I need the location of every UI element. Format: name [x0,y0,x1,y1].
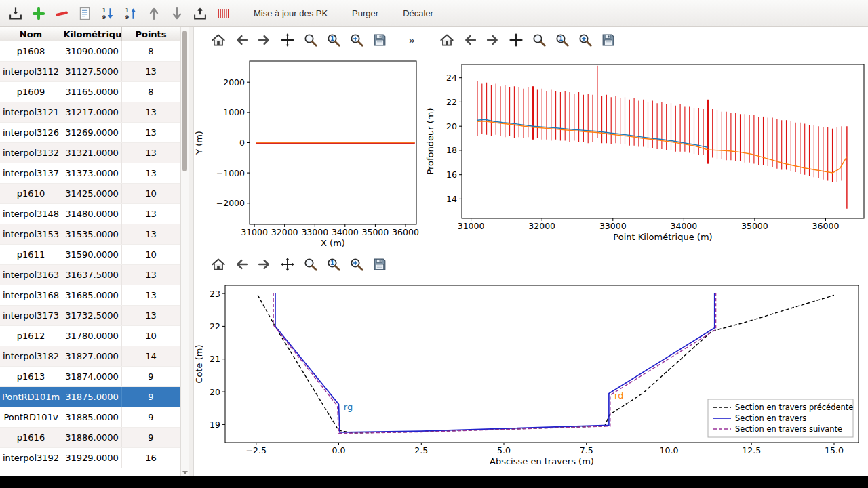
back-button[interactable] [460,31,479,49]
sort-descending-button[interactable]: 19 [98,3,118,24]
section-toolbar: 1 [194,251,868,277]
pan-button[interactable] [507,31,525,49]
table-row[interactable]: interpol312131217.000013 [0,102,180,123]
table-scrollbar[interactable] [180,27,189,476]
panel-splitter[interactable] [189,27,194,476]
table-row[interactable]: interpol315331535.000013 [0,224,180,245]
zoom-one-button[interactable]: 1 [553,31,571,49]
forward-button[interactable] [255,31,273,49]
plan-chart[interactable]: 310003200033000340003500036000−2000−1000… [194,53,422,251]
svg-text:Section en travers précédente: Section en travers précédente [735,403,853,412]
svg-text:21: 21 [210,354,220,364]
cell-pk: 31732.5000 [62,306,122,325]
svg-text:34000: 34000 [332,227,359,237]
cell-nom: interpol3132 [0,143,62,163]
y-axis-label: Y (m) [194,131,204,155]
sort-ascending-button[interactable]: 19 [121,3,141,24]
table-row[interactable]: interpol314831480.000013 [0,204,180,224]
table-row[interactable]: interpol316331637.500013 [0,265,180,285]
column-header[interactable]: Points [122,27,180,41]
svg-text:−2000: −2000 [216,198,245,208]
table-row[interactable]: interpol318231827.000014 [0,346,180,367]
update-pk-button[interactable]: Mise à jour des PK [247,4,334,22]
cell-nom: interpol3168 [0,285,62,305]
column-header[interactable]: Nom [0,27,62,41]
cell-points: 14 [122,346,180,366]
table-row[interactable]: interpol312631269.000013 [0,123,180,143]
scrollbar-thumb[interactable] [182,30,187,171]
zoom-plus-button[interactable] [347,256,366,274]
cell-nom: p1613 [0,367,62,386]
cell-pk: 31827.0000 [62,346,122,366]
table-row[interactable]: p161031425.000010 [0,184,180,204]
forward-button[interactable] [484,31,502,49]
svg-text:1: 1 [102,7,106,13]
back-button[interactable] [232,256,250,274]
table-row[interactable]: interpol313731373.000013 [0,163,180,184]
scroll-down-icon[interactable] [182,471,188,474]
table-row[interactable]: p161331874.00009 [0,367,180,387]
cell-points: 13 [122,62,180,81]
home-button[interactable] [437,31,456,49]
home-button[interactable] [209,31,227,49]
profile-chart[interactable]: 3100032000330003400035000360001416182022… [422,53,867,251]
arrow-down-icon [170,6,184,21]
svg-text:16: 16 [446,169,457,180]
move-down-button[interactable] [167,3,187,24]
sections-button[interactable] [213,3,233,24]
cell-points: 13 [122,285,180,305]
table-row[interactable]: p160931165.00008 [0,82,180,102]
annotation-rg: rg [344,402,353,412]
export-button[interactable] [190,3,210,24]
table-row[interactable]: interpol319231929.000016 [0,448,180,468]
annotation-rd: rd [614,390,623,401]
add-section-button[interactable] [28,3,49,24]
save-button[interactable] [370,31,389,49]
import-button[interactable] [5,3,26,24]
zoom-plus-button[interactable] [576,31,594,49]
svg-text:2000: 2000 [223,77,245,87]
save-button[interactable] [370,256,389,274]
svg-text:22: 22 [446,97,457,107]
table-row[interactable]: PontRD101m31875.00009 [0,387,180,407]
zoom-plus-button[interactable] [347,31,366,49]
svg-text:32000: 32000 [528,221,555,231]
pan-button[interactable] [278,256,296,274]
edit-list-button[interactable] [75,3,95,24]
table-row[interactable]: PontRD101v31885.00009 [0,407,180,428]
cell-nom: interpol3163 [0,265,62,285]
table-row[interactable]: p161631886.00009 [0,428,180,448]
move-up-button[interactable] [144,3,164,24]
table-row[interactable]: interpol317331732.500013 [0,306,180,326]
table-row[interactable]: p160831090.00008 [0,41,180,62]
back-button[interactable] [232,31,250,49]
cell-pk: 31165.0000 [62,82,122,102]
zoom-one-button[interactable]: 1 [324,256,342,274]
save-button[interactable] [599,31,617,49]
svg-text:19: 19 [210,420,220,430]
edit-list-icon [77,6,92,21]
forward-button[interactable] [255,256,273,274]
zoom-button[interactable] [530,31,548,49]
pan-button[interactable] [278,31,296,49]
column-header[interactable]: t Kilométrique [62,27,122,41]
purge-button[interactable]: Purger [345,4,385,22]
shift-button[interactable]: Décaler [396,4,440,22]
toolbar-overflow-icon[interactable]: » [408,34,415,47]
cell-nom: interpol3126 [0,123,62,142]
zoom-button[interactable] [301,31,319,49]
svg-text:18: 18 [446,145,457,155]
cell-points: 10 [122,326,180,346]
home-button[interactable] [209,256,227,274]
cell-nom: PontRD101v [0,407,62,427]
table-row[interactable]: p161231780.000010 [0,326,180,346]
plan-pane: 1» 310003200033000340003500036000−2000−1… [194,27,422,251]
table-row[interactable]: p161131590.000010 [0,245,180,265]
remove-section-button[interactable] [52,3,72,24]
table-row[interactable]: interpol316831685.000013 [0,285,180,306]
table-row[interactable]: interpol311231127.500013 [0,62,180,82]
zoom-button[interactable] [301,256,319,274]
zoom-one-button[interactable]: 1 [324,31,342,49]
section-chart[interactable]: −2.50.02.55.07.510.012.515.01920212223Ab… [194,277,868,476]
table-row[interactable]: interpol313231321.000013 [0,143,180,163]
